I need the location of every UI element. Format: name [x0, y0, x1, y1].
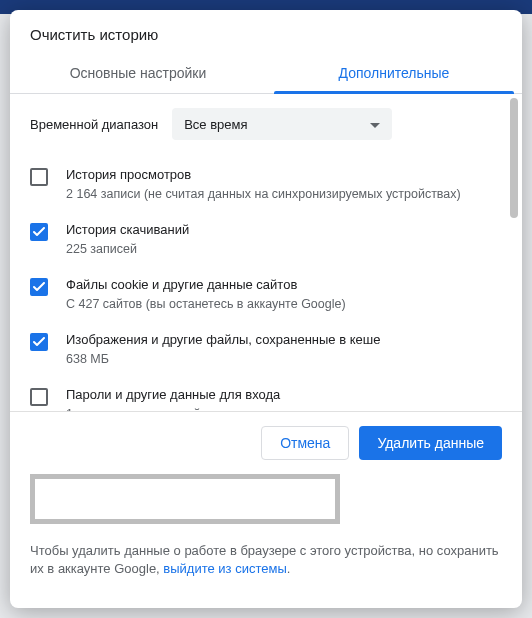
- item-text: Изображения и другие файлы, сохраненные …: [66, 331, 380, 368]
- time-range-select[interactable]: Все время: [172, 108, 392, 140]
- item-subtitle: С 427 сайтов (вы останетесь в аккаунте G…: [66, 296, 346, 313]
- scrollbar-thumb[interactable]: [510, 98, 518, 218]
- data-type-row: Изображения и другие файлы, сохраненные …: [30, 323, 502, 378]
- checkbox[interactable]: [30, 168, 48, 186]
- data-type-row: История просмотров2 164 записи (не счита…: [30, 158, 502, 213]
- footer-note: Чтобы удалить данные о работе в браузере…: [10, 538, 522, 596]
- item-text: Пароли и другие данные для входа1 синхро…: [66, 386, 280, 412]
- tab-basic[interactable]: Основные настройки: [10, 55, 266, 93]
- time-range-row: Временной диапазон Все время: [30, 108, 502, 140]
- item-text: История скачиваний225 записей: [66, 221, 189, 258]
- dialog-actions: Отмена Удалить данные: [10, 412, 522, 474]
- checkbox[interactable]: [30, 223, 48, 241]
- item-subtitle: 1 синхронизированный пароль: [66, 406, 280, 412]
- dialog-scroll-area: Временной диапазон Все время История про…: [10, 94, 522, 412]
- item-text: История просмотров2 164 записи (не счита…: [66, 166, 461, 203]
- checkbox[interactable]: [30, 333, 48, 351]
- time-range-label: Временной диапазон: [30, 117, 158, 132]
- item-subtitle: 2 164 записи (не считая данных на синхро…: [66, 186, 461, 203]
- data-type-row: Пароли и другие данные для входа1 синхро…: [30, 378, 502, 412]
- clear-history-dialog: Очистить историю Основные настройки Допо…: [10, 10, 522, 608]
- time-range-value: Все время: [184, 117, 247, 132]
- checkbox[interactable]: [30, 278, 48, 296]
- sign-out-link[interactable]: выйдите из системы: [163, 561, 286, 576]
- item-title: Пароли и другие данные для входа: [66, 386, 280, 404]
- confirm-button[interactable]: Удалить данные: [359, 426, 502, 460]
- dialog-title: Очистить историю: [10, 10, 522, 55]
- tab-advanced[interactable]: Дополнительные: [266, 55, 522, 93]
- dialog-tabs: Основные настройки Дополнительные: [10, 55, 522, 94]
- chevron-down-icon: [370, 117, 380, 132]
- data-type-row: Файлы cookie и другие данные сайтовС 427…: [30, 268, 502, 323]
- item-title: Изображения и другие файлы, сохраненные …: [66, 331, 380, 349]
- item-subtitle: 225 записей: [66, 241, 189, 258]
- item-title: История скачиваний: [66, 221, 189, 239]
- highlighted-box: [30, 474, 340, 524]
- cancel-button[interactable]: Отмена: [261, 426, 349, 460]
- item-subtitle: 638 МБ: [66, 351, 380, 368]
- item-text: Файлы cookie и другие данные сайтовС 427…: [66, 276, 346, 313]
- item-title: Файлы cookie и другие данные сайтов: [66, 276, 346, 294]
- footer-text-b: .: [287, 561, 291, 576]
- scrollbar-track[interactable]: [508, 96, 520, 409]
- checkbox[interactable]: [30, 388, 48, 406]
- data-type-row: История скачиваний225 записей: [30, 213, 502, 268]
- item-title: История просмотров: [66, 166, 461, 184]
